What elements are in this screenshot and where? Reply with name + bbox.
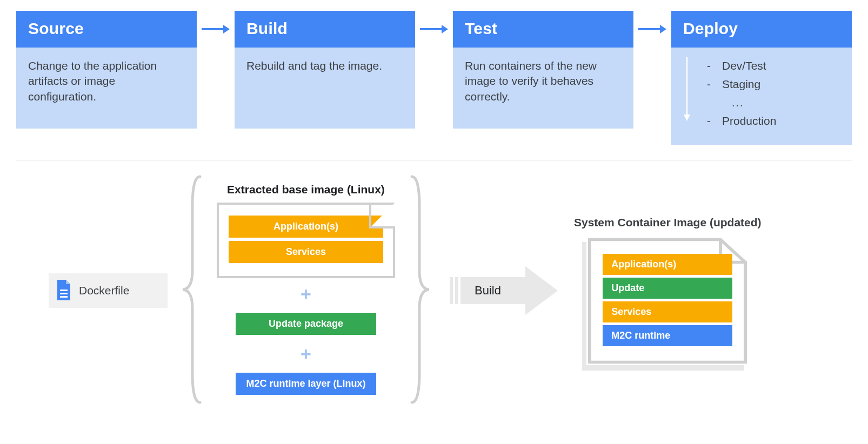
- stage-body: Run containers of the new image to verif…: [453, 48, 633, 129]
- center-title: Extracted base image (Linux): [227, 183, 385, 196]
- stage-title: Source: [16, 11, 197, 48]
- svg-rect-11: [450, 277, 453, 304]
- deploy-item: -Staging: [707, 77, 840, 92]
- svg-rect-10: [60, 296, 68, 298]
- bar-update: Update: [603, 278, 732, 299]
- deploy-item: -Production: [707, 113, 840, 129]
- down-arrow-icon: [683, 57, 691, 122]
- divider: [16, 160, 852, 160]
- stage-body: Rebuild and tag the image.: [235, 48, 415, 129]
- pipeline-row: Source Change to the application artifac…: [16, 11, 852, 145]
- stage-title: Test: [453, 11, 633, 48]
- linux-card: Application(s) Services: [217, 203, 395, 278]
- brace-left-icon: [178, 173, 203, 408]
- right-title: System Container Image (updated): [574, 216, 762, 229]
- deploy-label: Production: [722, 113, 776, 129]
- stage-title: Build: [235, 11, 415, 48]
- deploy-label: Dev/Test: [722, 58, 766, 73]
- arrow-icon: [415, 11, 453, 35]
- deploy-label: Staging: [722, 77, 760, 92]
- build-arrow: Build: [450, 266, 558, 315]
- right-column: System Container Image (updated) Applica…: [574, 216, 762, 365]
- bar-applications: Application(s): [229, 216, 383, 238]
- svg-rect-8: [60, 290, 68, 291]
- stage-title: Deploy: [671, 11, 852, 48]
- plus-icon: +: [301, 285, 311, 303]
- big-arrow-icon: [450, 266, 558, 315]
- plus-icon: +: [301, 345, 311, 363]
- diagram-row: Dockerfile Extracted base image (Linux) …: [16, 173, 852, 408]
- center-column: Extracted base image (Linux) Application…: [203, 183, 409, 398]
- svg-marker-3: [442, 25, 448, 33]
- bar-services: Services: [603, 301, 732, 322]
- arrow-icon: [633, 11, 671, 35]
- svg-rect-9: [60, 293, 68, 294]
- dockerfile-block: Dockerfile: [49, 273, 168, 308]
- deploy-item: -Dev/Test: [707, 58, 840, 73]
- bar-m2c-runtime: M2C runtime: [603, 325, 732, 346]
- stage-body: -Dev/Test -Staging ... -Production: [671, 48, 852, 145]
- file-icon: [55, 280, 72, 301]
- system-container-card: Application(s) Update Services M2C runti…: [586, 237, 749, 365]
- build-label: Build: [475, 284, 501, 298]
- stage-test: Test Run containers of the new image to …: [453, 11, 633, 129]
- brace-right-icon: [409, 173, 433, 408]
- stage-build: Build Rebuild and tag the image.: [235, 11, 415, 129]
- stage-body: Change to the application artifacts or i…: [16, 48, 197, 129]
- deploy-ellipsis: ...: [732, 96, 840, 110]
- dockerfile-label: Dockerfile: [79, 284, 129, 297]
- bar-m2c-runtime-layer: M2C runtime layer (Linux): [236, 373, 376, 395]
- svg-marker-7: [684, 115, 690, 121]
- svg-marker-5: [660, 25, 666, 33]
- arrow-icon: [197, 11, 235, 35]
- stage-source: Source Change to the application artifac…: [16, 11, 197, 129]
- svg-rect-12: [455, 277, 458, 304]
- bar-update-package: Update package: [236, 313, 376, 335]
- stage-deploy: Deploy -Dev/Test -Staging ... -Productio…: [671, 11, 852, 145]
- svg-marker-1: [223, 25, 230, 33]
- bar-services: Services: [229, 241, 383, 263]
- bar-applications: Application(s): [603, 254, 732, 275]
